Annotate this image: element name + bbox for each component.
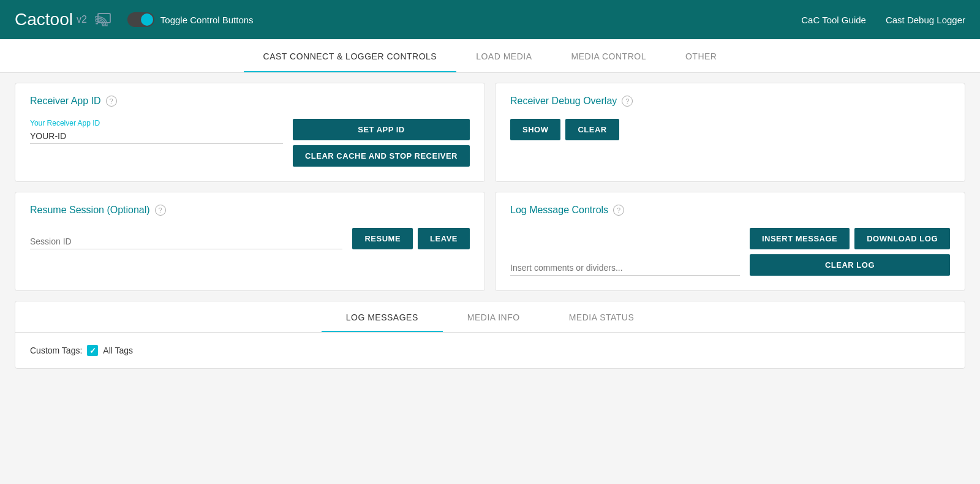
session-id-input[interactable]: [30, 234, 342, 249]
receiver-app-id-input-group: Your Receiver App ID SET APP ID CLEAR CA…: [30, 119, 470, 167]
custom-tags-label: Custom Tags:: [30, 346, 82, 355]
nav-cast-debug-logger[interactable]: Cast Debug Logger: [886, 15, 965, 25]
clear-log-button[interactable]: CLEAR LOG: [750, 254, 950, 276]
receiver-debug-overlay-card: Receiver Debug Overlay ? SHOW CLEAR: [495, 83, 965, 182]
logo-area: Cactool v2: [15, 10, 115, 29]
custom-tags-row: Custom Tags: ✓ All Tags: [30, 345, 950, 356]
checkbox-checkmark: ✓: [89, 347, 96, 355]
log-message-buttons: INSERT MESSAGE DOWNLOAD LOG CLEAR LOG: [750, 228, 950, 276]
app-header: Cactool v2 Toggle Control Buttons CaC To…: [0, 0, 980, 39]
tab-other[interactable]: OTHER: [666, 42, 737, 72]
insert-message-button[interactable]: INSERT MESSAGE: [750, 228, 850, 249]
clear-cache-stop-button[interactable]: CLEAR CACHE AND STOP RECEIVER: [293, 145, 470, 167]
set-app-id-button[interactable]: SET APP ID: [293, 119, 470, 140]
tab-media-status[interactable]: MEDIA STATUS: [545, 304, 659, 332]
header-nav: CaC Tool Guide Cast Debug Logger: [801, 15, 965, 25]
receiver-debug-overlay-title-text: Receiver Debug Overlay: [510, 96, 617, 107]
logo-text: Cactool: [15, 10, 73, 29]
receiver-app-id-title-text: Receiver App ID: [30, 96, 101, 107]
resume-session-help-icon[interactable]: ?: [155, 205, 166, 216]
logo-version: v2: [77, 14, 87, 25]
tab-load-media[interactable]: LOAD MEDIA: [456, 42, 551, 72]
log-message-controls-title: Log Message Controls ?: [510, 205, 950, 216]
resume-session-buttons: RESUME LEAVE: [352, 228, 470, 249]
resume-session-title-text: Resume Session (Optional): [30, 205, 150, 216]
show-overlay-button[interactable]: SHOW: [510, 119, 560, 140]
nav-cac-tool-guide[interactable]: CaC Tool Guide: [801, 15, 866, 25]
resume-button[interactable]: RESUME: [352, 228, 413, 249]
leave-button[interactable]: LEAVE: [418, 228, 470, 249]
tab-media-info[interactable]: MEDIA INFO: [443, 304, 545, 332]
all-tags-checkbox[interactable]: ✓: [87, 345, 98, 356]
download-log-button[interactable]: DOWNLOAD LOG: [854, 228, 950, 249]
receiver-debug-overlay-title: Receiver Debug Overlay ?: [510, 96, 950, 107]
top-tab-nav: CAST CONNECT & LOGGER CONTROLS LOAD MEDI…: [0, 39, 980, 73]
receiver-app-id-input-wrapper: Your Receiver App ID: [30, 119, 283, 144]
receiver-debug-overlay-help-icon[interactable]: ?: [622, 96, 633, 107]
toggle-label: Toggle Control Buttons: [160, 15, 254, 25]
log-message-top-buttons: INSERT MESSAGE DOWNLOAD LOG: [750, 228, 950, 249]
tab-cast-connect[interactable]: CAST CONNECT & LOGGER CONTROLS: [244, 42, 457, 72]
resume-session-card: Resume Session (Optional) ? RESUME LEAVE: [15, 192, 485, 291]
toggle-switch[interactable]: [127, 12, 154, 27]
receiver-app-id-help-icon[interactable]: ?: [106, 96, 117, 107]
receiver-app-id-buttons: SET APP ID CLEAR CACHE AND STOP RECEIVER: [293, 119, 470, 167]
log-message-controls-title-text: Log Message Controls: [510, 205, 608, 216]
svg-rect-0: [96, 23, 98, 25]
clear-overlay-button[interactable]: CLEAR: [565, 119, 619, 140]
bottom-section: LOG MESSAGES MEDIA INFO MEDIA STATUS Cus…: [15, 301, 965, 369]
bottom-content: Custom Tags: ✓ All Tags: [15, 333, 965, 368]
resume-session-content: RESUME LEAVE: [30, 228, 470, 249]
cast-icon: [93, 10, 115, 29]
receiver-debug-overlay-buttons: SHOW CLEAR: [510, 119, 950, 140]
cards-grid: Receiver App ID ? Your Receiver App ID S…: [15, 83, 965, 291]
log-message-controls-content: INSERT MESSAGE DOWNLOAD LOG CLEAR LOG: [510, 228, 950, 276]
main-content: Receiver App ID ? Your Receiver App ID S…: [0, 73, 980, 379]
toggle-knob: [141, 13, 153, 26]
log-comment-input[interactable]: [510, 260, 740, 276]
receiver-app-id-input-label: Your Receiver App ID: [30, 119, 283, 127]
receiver-app-id-title: Receiver App ID ?: [30, 96, 470, 107]
tab-media-control[interactable]: MEDIA CONTROL: [552, 42, 666, 72]
resume-session-title: Resume Session (Optional) ?: [30, 205, 470, 216]
toggle-area: Toggle Control Buttons: [127, 12, 254, 27]
log-message-controls-card: Log Message Controls ? INSERT MESSAGE DO…: [495, 192, 965, 291]
bottom-tab-nav: LOG MESSAGES MEDIA INFO MEDIA STATUS: [15, 301, 965, 333]
receiver-app-id-input[interactable]: [30, 129, 283, 144]
all-tags-label: All Tags: [103, 346, 133, 355]
receiver-app-id-card: Receiver App ID ? Your Receiver App ID S…: [15, 83, 485, 182]
log-message-controls-help-icon[interactable]: ?: [613, 205, 624, 216]
tab-log-messages[interactable]: LOG MESSAGES: [322, 304, 443, 332]
